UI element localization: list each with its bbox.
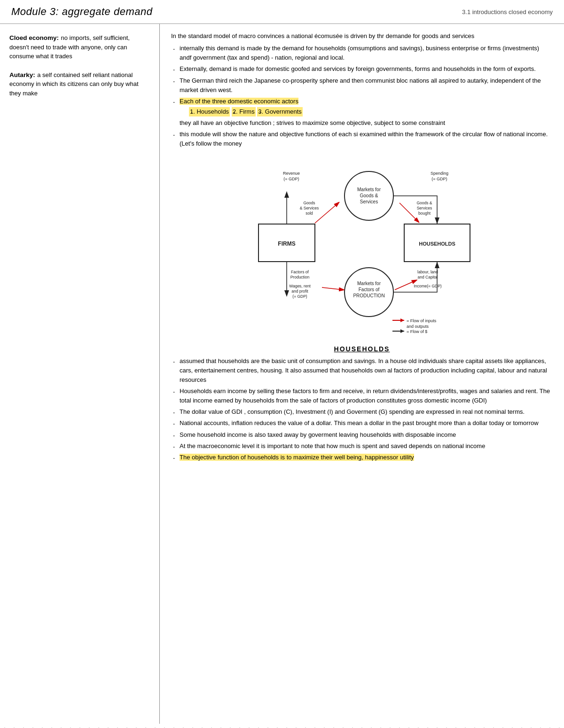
term-closed-economy: Cloed economy: no imports, self sufficie…: [9, 33, 151, 61]
svg-text:and profit: and profit: [291, 289, 308, 294]
hh-bullet-4: National accounts, inflation reduces the…: [171, 418, 553, 428]
bullet-2: Externally, demand is made for domestic …: [171, 64, 553, 74]
svg-text:Spending: Spending: [431, 171, 448, 176]
hh-bullet-5: Some household income is also taxed away…: [171, 430, 553, 440]
diagram-container: Markets for Goods & Services Markets for…: [171, 154, 553, 341]
term2-title: Autarky:: [9, 71, 35, 78]
svg-text:and outputs: and outputs: [407, 324, 429, 329]
left-column: Cloed economy: no imports, self sufficie…: [0, 24, 160, 724]
page-wrapper: Module 3: aggregate demand 3.1 introduct…: [0, 0, 564, 728]
svg-text:Markets for: Markets for: [357, 281, 381, 286]
term1-title: Cloed economy:: [9, 34, 59, 41]
svg-text:Income(= GDP): Income(= GDP): [414, 284, 441, 288]
page-title: Module 3: aggregate demand: [11, 6, 152, 18]
svg-text:(= GDP): (= GDP): [431, 177, 447, 181]
sub-list: 1. Households 2. Firms 3. Governments: [189, 107, 553, 117]
svg-text:Goods: Goods: [303, 201, 315, 205]
svg-point-5: [345, 268, 393, 317]
svg-text:Services: Services: [417, 206, 432, 210]
svg-text:= Flow of $: = Flow of $: [407, 329, 427, 334]
svg-text:& Services: & Services: [300, 206, 319, 210]
hh-bullet-6: At the macroeconomic level it is importa…: [171, 441, 553, 451]
svg-text:Markets for: Markets for: [357, 187, 381, 192]
svg-text:FIRMS: FIRMS: [278, 240, 295, 247]
svg-text:Services: Services: [360, 199, 378, 204]
bullet-4: Each of the three domestic economic acto…: [171, 97, 553, 128]
hh-bullet-3: The dollar value of GDI , consumption (C…: [171, 407, 553, 417]
bullet-1: internally this demand is made by the de…: [171, 44, 553, 62]
sub-item-1: 1. Households: [189, 107, 230, 116]
bullet-5: this module will show the nature and obj…: [171, 130, 553, 148]
sub-item-2: 2. Firms: [232, 107, 256, 116]
hh-bullet-1: assumed that households are the basic un…: [171, 356, 553, 385]
svg-text:= Flow of inputs: = Flow of inputs: [407, 318, 437, 323]
page-header: Module 3: aggregate demand 3.1 introduct…: [0, 0, 564, 24]
after-sublist: they all have an objective function ; st…: [180, 118, 553, 128]
hh-bullet-2: Households earn income by selling these …: [171, 387, 553, 405]
sub-item-3: 3. Governments: [257, 107, 303, 116]
svg-text:and Capital: and Capital: [417, 275, 438, 279]
content-area: Cloed economy: no imports, self sufficie…: [0, 24, 564, 724]
bullet-3: The German third reich the Japanese co-p…: [171, 76, 553, 95]
svg-text:HOUSEHOLDS: HOUSEHOLDS: [419, 241, 455, 247]
svg-text:(= GDP): (= GDP): [292, 294, 307, 299]
hh-bullet-7: The objective function of households is …: [171, 453, 553, 462]
households-bullet-list: assumed that households are the basic un…: [171, 356, 553, 462]
term-autarky: Autarky: a self contained self reliant n…: [9, 70, 151, 98]
households-heading: HOUSEHOLDS: [171, 345, 553, 353]
svg-text:labour, land: labour, land: [417, 270, 438, 274]
svg-text:sold: sold: [306, 211, 313, 216]
main-bullet-list: internally this demand is made by the de…: [171, 44, 553, 148]
svg-text:Goods &: Goods &: [416, 201, 432, 205]
circular-flow-diagram: Markets for Goods & Services Markets for…: [230, 154, 494, 341]
svg-text:Goods &: Goods &: [360, 193, 378, 198]
right-column: In the standard model of macro convinces…: [160, 24, 564, 724]
svg-text:Wages, rent: Wages, rent: [289, 284, 311, 288]
svg-text:Revenue: Revenue: [283, 171, 300, 176]
intro-text: In the standard model of macro convinces…: [171, 31, 553, 41]
svg-text:Factors of: Factors of: [359, 287, 380, 292]
svg-text:Production: Production: [290, 275, 310, 279]
svg-text:PRODUCTION: PRODUCTION: [353, 293, 384, 298]
page-subtitle: 3.1 introductions closed economy: [462, 8, 553, 15]
svg-text:(= GDP): (= GDP): [283, 177, 299, 181]
svg-text:bought: bought: [418, 211, 431, 216]
svg-text:Factors of: Factors of: [291, 270, 309, 274]
